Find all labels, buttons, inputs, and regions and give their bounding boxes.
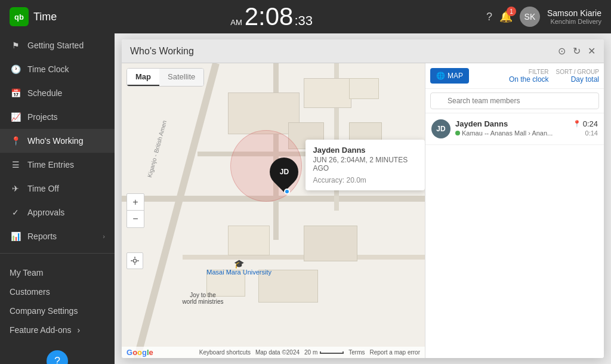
scale-bar: [320, 351, 344, 354]
employee-name: Jayden Danns: [455, 119, 573, 128]
feature-addons-label: Feature Add-ons: [10, 325, 72, 335]
sidebar-item-time-clock[interactable]: 🕐 Time Clock: [0, 57, 115, 81]
sort-section: SORT / GROUP Day total: [556, 69, 599, 84]
flag-icon: ⚑: [10, 39, 21, 51]
content-area: Who's Working ⊙ ↻ ✕ Map Satellite: [115, 33, 611, 364]
search-input[interactable]: [430, 92, 599, 109]
app-name: Time: [33, 11, 57, 23]
sidebar-label-time-entries: Time Entries: [27, 160, 105, 169]
map-area: Map Satellite: [122, 63, 425, 358]
sidebar-nav: ⚑ Getting Started 🕐 Time Clock 📅 Schedul…: [0, 33, 115, 258]
rp-toolbar: 🌐 MAP FILTER On the clock SORT / GROUP: [425, 63, 604, 89]
sidebar-item-schedule[interactable]: 📅 Schedule: [0, 81, 115, 105]
zoom-in-button[interactable]: +: [127, 194, 144, 211]
map-zoom-controls: + −: [126, 193, 144, 228]
sort-label: SORT / GROUP: [556, 69, 599, 75]
sidebar-item-my-team[interactable]: My Team: [0, 263, 115, 282]
popup-time: JUN 26, 2:04AM, 2 MINUTES AGO: [313, 156, 418, 172]
sidebar-item-getting-started[interactable]: ⚑ Getting Started: [0, 33, 115, 57]
employee-time-main: 📍 0:24: [573, 119, 598, 128]
modal-body: Map Satellite: [122, 63, 604, 358]
map-view-button[interactable]: 🌐 MAP: [430, 68, 469, 84]
reports-icon: 📊: [10, 230, 21, 242]
modal-help-button[interactable]: ⊙: [558, 45, 566, 57]
whos-working-modal: Who's Working ⊙ ↻ ✕ Map Satellite: [122, 39, 604, 358]
header-left: qb Time: [10, 7, 57, 26]
sidebar-label-whos-working: Who's Working: [27, 136, 105, 146]
qb-logo[interactable]: qb: [10, 7, 29, 26]
main-layout: ⚑ Getting Started 🕐 Time Clock 📅 Schedul…: [0, 33, 611, 364]
popup-accuracy: Accuracy: 20.0m: [313, 176, 418, 184]
map-marker[interactable]: JD Jayden Danns JUN 26, 2:04AM, 2 MINUTE…: [252, 152, 323, 223]
avatar[interactable]: SK: [520, 7, 540, 27]
sidebar-item-whos-working[interactable]: 📍 Who's Working: [0, 129, 115, 153]
keyboard-shortcuts[interactable]: Keyboard shortcuts: [199, 349, 251, 356]
marker-dot: [284, 189, 290, 195]
map-btn-label: MAP: [448, 72, 463, 80]
search-wrap: 🔍: [430, 92, 599, 109]
user-name: Samson Kiarie: [547, 8, 601, 18]
locate-me-button[interactable]: [126, 252, 143, 269]
sidebar-divider: [0, 253, 115, 254]
popup-name: Jayden Danns: [313, 146, 418, 155]
map-tab-satellite[interactable]: Satellite: [159, 69, 203, 86]
time-seconds: :33: [294, 13, 313, 29]
map-background[interactable]: Kiganjo - British Amen 🎓 Masai Mara Univ…: [122, 63, 425, 358]
active-dot: [455, 131, 460, 135]
map-data: Map data ©2024: [255, 349, 300, 356]
modal-refresh-button[interactable]: ↻: [573, 45, 581, 57]
clock-icon: 🕐: [10, 63, 21, 75]
report-error-link[interactable]: Report a map error: [370, 349, 420, 356]
employee-time-sub: 0:14: [573, 129, 598, 137]
reports-arrow-icon: ›: [103, 233, 105, 240]
globe-icon: 🌐: [436, 72, 445, 80]
sidebar-bottom: My Team Customers Company Settings Featu…: [0, 258, 115, 364]
check-icon: ✓: [10, 206, 21, 218]
sidebar-item-time-entries[interactable]: ☰ Time Entries: [0, 153, 115, 177]
plane-icon: ✈: [10, 183, 21, 195]
company-settings-label: Company Settings: [10, 306, 78, 316]
sidebar-item-feature-addons[interactable]: Feature Add-ons ›: [0, 320, 115, 340]
zoom-out-button[interactable]: −: [127, 211, 144, 227]
modal-close-button[interactable]: ✕: [588, 45, 595, 57]
user-company: Kenchim Delivery: [547, 18, 601, 25]
sidebar-label-reports: Reports: [27, 232, 97, 241]
sidebar-label-projects: Projects: [27, 112, 105, 122]
modal-title: Who's Working: [130, 46, 194, 57]
time-main: 2:08: [245, 4, 294, 29]
sidebar-item-company-settings[interactable]: Company Settings: [0, 301, 115, 320]
filter-value[interactable]: On the clock: [509, 75, 549, 84]
sidebar-item-time-off[interactable]: ✈ Time Off: [0, 177, 115, 200]
my-team-label: My Team: [10, 268, 44, 277]
table-row[interactable]: JD Jayden Danns Kamau -- Ananas Mall › A…: [425, 113, 604, 145]
rp-search: 🔍: [425, 89, 604, 113]
marker-pin[interactable]: JD: [270, 158, 298, 191]
sidebar-item-customers[interactable]: Customers: [0, 282, 115, 301]
svg-point-0: [133, 259, 136, 262]
notification-badge: 1: [507, 7, 516, 16]
customers-label: Customers: [10, 287, 50, 297]
addons-arrow-icon: ›: [78, 325, 81, 335]
app-header: qb Time AM 2:08 :33 ? 🔔 1 SK Samson Kiar…: [0, 0, 611, 33]
map-tab-map[interactable]: Map: [127, 69, 159, 86]
help-icon[interactable]: ?: [486, 11, 492, 23]
user-info: Samson Kiarie Kenchim Delivery: [547, 8, 601, 25]
employee-avatar: JD: [431, 119, 450, 138]
avatar-initials: SK: [524, 12, 536, 21]
terms-link[interactable]: Terms: [348, 349, 365, 356]
sidebar-item-projects[interactable]: 📈 Projects: [0, 105, 115, 129]
sidebar-item-approvals[interactable]: ✓ Approvals: [0, 200, 115, 224]
filter-section: FILTER On the clock: [509, 69, 549, 84]
map-footer: Google Keyboard shortcuts Map data ©2024…: [122, 347, 425, 358]
marker-pin-label: JD: [270, 164, 298, 180]
help-button[interactable]: ?: [47, 350, 68, 364]
notification-bell[interactable]: 🔔 1: [499, 10, 513, 23]
map-tabs: Map Satellite: [126, 68, 204, 87]
sort-value[interactable]: Day total: [556, 75, 599, 84]
header-clock: AM 2:08 :33: [230, 4, 313, 29]
sidebar-label-schedule: Schedule: [27, 88, 105, 98]
filter-label: FILTER: [509, 69, 549, 75]
sidebar-item-reports[interactable]: 📊 Reports ›: [0, 224, 115, 248]
location-text: Kamau -- Ananas Mall › Anan...: [462, 129, 553, 137]
pin-icon: 📍: [10, 135, 21, 147]
